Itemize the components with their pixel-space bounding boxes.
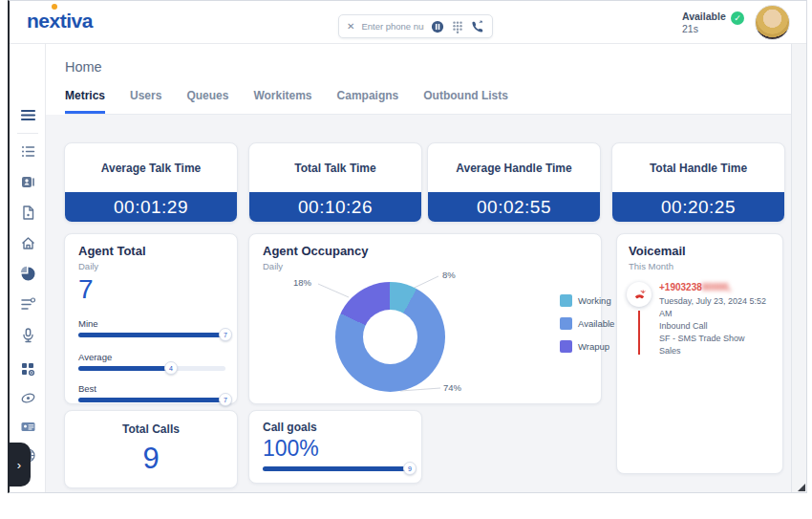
tab-metrics[interactable]: Metrics xyxy=(65,89,105,114)
bar-value-badge: 4 xyxy=(164,361,178,375)
bar-value-badge: 9 xyxy=(403,462,417,475)
id-card-icon[interactable] xyxy=(20,419,36,435)
tab-users[interactable]: Users xyxy=(130,89,161,114)
metric-card-average-handle-time: Average Handle Time 00:02:55 xyxy=(427,142,601,223)
status-timer: 21s xyxy=(682,23,726,35)
metric-card-total-talk-time: Total Talk Time 00:10:26 xyxy=(248,142,422,223)
tab-workitems[interactable]: Workitems xyxy=(253,89,311,114)
clear-icon[interactable]: ✕ xyxy=(347,21,354,32)
document-icon[interactable] xyxy=(20,205,36,221)
slice-label-available: 74% xyxy=(443,382,461,393)
tab-campaigns[interactable]: Campaigns xyxy=(337,89,399,114)
legend-label: Wrapup xyxy=(578,341,609,352)
home-icon[interactable] xyxy=(20,235,36,251)
tab-outbound-lists[interactable]: Outbound Lists xyxy=(423,89,508,114)
metric-title: Total Handle Time xyxy=(612,143,784,192)
contact-card-icon[interactable] xyxy=(20,174,36,190)
logo-text-tail: tiva xyxy=(60,10,93,32)
missed-call-icon xyxy=(627,282,652,307)
phone-number-input[interactable] xyxy=(361,21,424,32)
bar-fill xyxy=(78,398,225,402)
main-content: Home Metrics Users Queues Workitems Camp… xyxy=(46,44,791,492)
nextiva-logo[interactable]: nextiva xyxy=(27,10,93,32)
page-title: Home xyxy=(65,59,102,75)
user-avatar[interactable] xyxy=(755,5,790,40)
app-window: nextiva ✕ Available 21s ✓ xyxy=(8,0,807,493)
slice-label-wrapup: 18% xyxy=(293,277,311,288)
card-title: Agent Occupancy xyxy=(263,244,369,258)
bar-track: 4 xyxy=(78,366,225,371)
tab-bar: Metrics Users Queues Workitems Campaigns… xyxy=(65,89,791,115)
bar-label: Average xyxy=(78,352,225,362)
apps-gear-icon[interactable] xyxy=(20,361,36,378)
bar-fill xyxy=(263,466,410,471)
agent-status[interactable]: Available 21s xyxy=(682,11,726,35)
card-title: Voicemail xyxy=(629,244,686,258)
status-label: Available xyxy=(682,11,726,23)
total-calls-value: 9 xyxy=(65,442,237,476)
pause-circle-icon[interactable] xyxy=(431,20,444,33)
metric-title: Total Talk Time xyxy=(249,143,421,192)
menu-icon[interactable] xyxy=(20,107,36,123)
agent-total-value: 7 xyxy=(78,274,94,305)
metric-title: Average Handle Time xyxy=(428,143,600,192)
bar-track: 7 xyxy=(78,333,225,337)
pointer-icon[interactable] xyxy=(20,390,36,406)
sidebar-expand-button[interactable]: › xyxy=(8,443,31,487)
card-title: Call goals xyxy=(263,421,317,434)
voicemail-team: Sales xyxy=(659,345,775,357)
agent-bar-average: Average 4 xyxy=(78,352,225,371)
vertical-scrollbar[interactable] xyxy=(791,44,806,492)
phone-dialer-bar: ✕ xyxy=(338,14,493,38)
tab-queues[interactable]: Queues xyxy=(186,89,228,114)
legend-swatch-available xyxy=(560,317,572,330)
voicemail-details: +190323800000, Tuesday, July 23, 2024 5:… xyxy=(659,282,775,357)
legend-item-available: Available xyxy=(560,317,614,330)
queue-list-icon[interactable] xyxy=(20,296,36,313)
agent-bar-best: Best 7 xyxy=(78,383,225,402)
list-icon[interactable] xyxy=(20,143,36,160)
legend-item-working: Working xyxy=(560,294,614,307)
voicemail-date: Tuesday, July 23, 2024 5:52 AM xyxy=(659,295,775,320)
resize-corner-icon xyxy=(798,484,805,491)
logo-text: ne xyxy=(27,10,50,32)
card-period: Daily xyxy=(263,261,283,271)
caller-number-visible: +1903238 xyxy=(659,282,702,292)
legend-label: Available xyxy=(578,318,614,329)
slice-label-working: 8% xyxy=(442,270,456,280)
microphone-icon[interactable] xyxy=(20,327,36,343)
logo-x-with-dot: x xyxy=(50,10,60,32)
card-period: Daily xyxy=(78,261,98,271)
legend-item-wrapup: Wrapup xyxy=(560,340,614,353)
voicemail-type: Inbound Call xyxy=(659,320,775,333)
dialpad-icon[interactable] xyxy=(451,20,464,33)
call-icon[interactable] xyxy=(471,20,484,33)
metric-value: 00:10:26 xyxy=(249,192,421,222)
pie-chart-icon[interactable] xyxy=(20,266,36,282)
card-title: Total Calls xyxy=(65,422,237,436)
timeline-line xyxy=(638,311,640,355)
caller-number-redacted: 00000, xyxy=(702,282,732,292)
bar-label: Mine xyxy=(78,318,225,329)
donut-legend: Working Available Wrapup xyxy=(560,294,614,363)
top-bar: nextiva ✕ Available 21s ✓ xyxy=(10,1,806,44)
metric-value: 00:02:55 xyxy=(428,192,600,222)
metric-title: Average Talk Time xyxy=(65,143,237,192)
legend-label: Working xyxy=(578,295,611,306)
voicemail-card: Voicemail This Month +190323800000, Tues… xyxy=(616,233,783,474)
agent-occupancy-card: Agent Occupancy Daily 8% 74% 18% Working xyxy=(248,233,602,404)
agent-bar-mine: Mine 7 xyxy=(78,318,225,337)
bar-track: 7 xyxy=(78,398,225,402)
metric-card-total-handle-time: Total Handle Time 00:20:25 xyxy=(611,142,785,223)
call-goals-bar: 9 xyxy=(263,466,410,471)
bar-fill xyxy=(78,333,225,337)
legend-swatch-wrapup xyxy=(560,340,572,353)
sidebar-divider xyxy=(17,133,38,134)
bar-label: Best xyxy=(78,383,225,394)
caller-number: +190323800000, xyxy=(659,282,775,292)
donut-hole xyxy=(363,310,417,364)
bar-value-badge: 7 xyxy=(219,393,232,406)
card-period: This Month xyxy=(629,261,673,271)
total-calls-card: Total Calls 9 xyxy=(64,410,238,488)
metric-card-average-talk-time: Average Talk Time 00:01:29 xyxy=(64,142,238,223)
